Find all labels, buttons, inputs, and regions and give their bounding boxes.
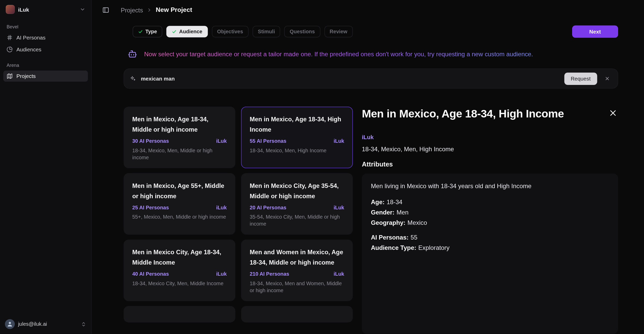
content: Type Audience Objectives Stimuli [91, 20, 644, 334]
user-email: jules@iluk.ai [18, 321, 47, 327]
audience-card-partial[interactable] [124, 306, 235, 323]
audience-card-title: Men in Mexico, Age 55+, Middle or high i… [132, 180, 227, 201]
page-title: New Project [156, 6, 192, 14]
attribute-audience-type: Audience Type:Exploratory [371, 242, 609, 253]
workspace-avatar [6, 5, 15, 14]
sidebar-item-label: Audiences [17, 46, 41, 53]
step-label: Stimuli [258, 29, 275, 34]
check-icon [172, 29, 177, 34]
audience-card[interactable]: Men and Women in Mexico, Age 18-34, Midd… [241, 240, 353, 301]
sidebar-section-arena: Arena [0, 63, 91, 68]
audience-cards-grid: Men in Mexico, Age 18-34, Middle or high… [124, 107, 353, 322]
sidebar-item-label: AI Personas [17, 35, 46, 41]
user-avatar-icon [5, 319, 15, 329]
assistant-message: Now select your target audience or reque… [144, 50, 533, 57]
audience-cards-column: Men in Mexico, Age 18-34, Middle or high… [124, 107, 353, 334]
step-label: Review [329, 29, 347, 34]
user-account-selector[interactable]: jules@iluk.ai [0, 315, 91, 334]
audience-card[interactable]: Men in Mexico, Age 18-34, Middle or high… [124, 107, 235, 168]
audience-browser: Men in Mexico, Age 18-34, Middle or high… [124, 107, 618, 334]
sidebar: iLuk Bevel AI Personas Audiences Arena P… [0, 0, 91, 334]
audience-card[interactable]: Men in Mexico City, Age 35-54, Middle or… [241, 173, 353, 235]
close-icon [609, 109, 617, 117]
audience-card-personas: 40 AI Personas [132, 271, 169, 277]
step-audience[interactable]: Audience [166, 26, 208, 37]
audience-card-selected[interactable]: Men in Mexico, Age 18-34, High Income 55… [241, 107, 353, 168]
pie-chart-icon [6, 46, 13, 53]
sidebar-item-audiences[interactable]: Audiences [3, 44, 88, 55]
audience-card-title: Men in Mexico City, Age 18-34, Middle In… [132, 247, 227, 267]
topbar: Projects New Project [91, 0, 644, 20]
audience-card[interactable]: Men in Mexico, Age 55+, Middle or high i… [124, 173, 235, 235]
step-label: Audience [179, 29, 202, 34]
audience-detail-subtitle: 18-34, Mexico, Men, High Income [362, 146, 618, 153]
step-type[interactable]: Type [133, 26, 162, 37]
next-button[interactable]: Next [572, 26, 618, 38]
sidebar-item-label: Projects [17, 73, 36, 79]
close-icon [604, 76, 610, 81]
audience-card-partial[interactable] [241, 306, 353, 323]
breadcrumb: Projects New Project [121, 6, 192, 14]
audience-description: Men living in Mexico with 18-34 years ol… [371, 182, 609, 190]
clear-request-button[interactable] [601, 73, 613, 84]
check-icon [138, 29, 143, 34]
attributes-heading: Attributes [362, 161, 618, 168]
audience-card-title: Men in Mexico, Age 18-34, Middle or high… [132, 114, 227, 134]
step-review[interactable]: Review [324, 26, 353, 37]
audience-card-brand: iLuk [216, 271, 227, 277]
main-area: Projects New Project Type [91, 0, 644, 334]
audience-card-personas: 25 AI Personas [132, 205, 169, 210]
wizard-steps: Type Audience Objectives Stimuli [133, 26, 352, 37]
audience-card-desc: 18-34, Mexico, Men, High Income [250, 147, 344, 154]
workspace-name: iLuk [18, 6, 29, 13]
sidebar-item-projects[interactable]: Projects [3, 70, 88, 82]
wizard-steps-row: Type Audience Objectives Stimuli [124, 26, 618, 38]
chevron-down-icon [80, 6, 85, 12]
audience-card-title: Men in Mexico, Age 18-34, High Income [250, 114, 344, 134]
chevrons-up-down-icon [81, 321, 86, 327]
audience-request-input[interactable] [140, 75, 560, 82]
step-questions[interactable]: Questions [284, 26, 320, 37]
audience-card-brand: iLuk [216, 138, 227, 144]
audience-detail-title: Men in Mexico, Age 18-34, High Income [362, 107, 564, 121]
attribute-geography: Geography:Mexico [371, 217, 609, 228]
request-button[interactable]: Request [564, 73, 597, 85]
step-label: Questions [290, 29, 315, 34]
sparkles-icon [130, 75, 136, 82]
audience-request-bar: Request [124, 68, 618, 89]
audience-card-brand: iLuk [334, 138, 344, 144]
step-objectives[interactable]: Objectives [212, 26, 248, 37]
hash-icon [6, 35, 13, 41]
attribute-gender: Gender:Men [371, 207, 609, 218]
sidebar-item-ai-personas[interactable]: AI Personas [3, 32, 88, 43]
audience-card-desc: 55+, Mexico, Men, Middle or high income [132, 214, 227, 221]
step-label: Type [145, 29, 157, 34]
audience-detail-brand: iLuk [362, 134, 618, 140]
audience-detail-panel: Men in Mexico, Age 18-34, High Income iL… [362, 107, 618, 334]
audience-card-personas: 30 AI Personas [132, 138, 169, 144]
audience-card-desc: 18-34, Mexico, Men and Women, Middle or … [250, 280, 344, 294]
breadcrumb-parent[interactable]: Projects [121, 6, 143, 13]
audience-card-brand: iLuk [334, 205, 344, 210]
audience-card-title: Men and Women in Mexico, Age 18-34, Midd… [250, 247, 344, 267]
close-detail-button[interactable] [608, 107, 618, 118]
map-icon [6, 73, 13, 79]
chevron-right-icon [147, 7, 152, 13]
audience-card-desc: 35-54, Mexico City, Men, Middle or high … [250, 214, 344, 228]
audience-card-personas: 20 AI Personas [250, 205, 286, 210]
workspace-selector[interactable]: iLuk [3, 2, 89, 17]
audience-card-personas: 210 AI Personas [250, 271, 289, 277]
attribute-age: Age:18-34 [371, 197, 609, 207]
step-stimuli[interactable]: Stimuli [252, 26, 280, 37]
audience-card-personas: 55 AI Personas [250, 138, 286, 144]
app-window: iLuk Bevel AI Personas Audiences Arena P… [0, 0, 644, 334]
audience-card-brand: iLuk [216, 205, 227, 210]
panel-left-icon [102, 6, 109, 13]
audience-card-brand: iLuk [334, 271, 344, 277]
audience-card[interactable]: Men in Mexico City, Age 18-34, Middle In… [124, 240, 235, 301]
audience-card-desc: 18-34, Mexico City, Men, Middle Income [132, 280, 227, 287]
step-label: Objectives [217, 29, 243, 34]
audience-card-desc: 18-34, Mexico, Men, Middle or high incom… [132, 147, 227, 161]
sidebar-toggle-button[interactable] [102, 6, 109, 13]
audience-card-title: Men in Mexico City, Age 35-54, Middle or… [250, 180, 344, 201]
